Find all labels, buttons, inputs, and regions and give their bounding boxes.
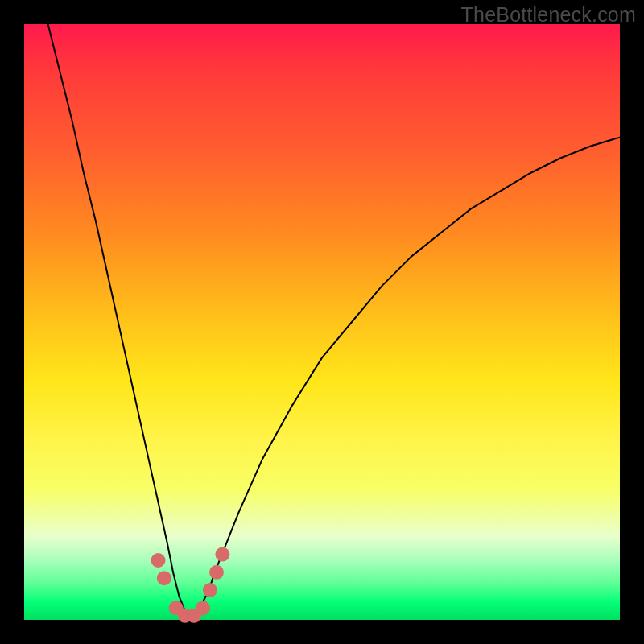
chart-frame: TheBottleneck.com <box>0 0 644 644</box>
curve-marker <box>209 565 224 580</box>
curve-marker <box>215 547 229 562</box>
curve-marker <box>203 583 217 597</box>
curve-right-branch <box>191 138 620 617</box>
curve-marker <box>196 601 210 615</box>
curve-markers <box>151 547 230 623</box>
curve-layer <box>24 24 620 620</box>
curve-marker <box>157 571 171 585</box>
plot-area <box>24 24 620 620</box>
watermark-text: TheBottleneck.com <box>461 3 636 27</box>
curve-left-branch <box>48 24 192 617</box>
curve-marker <box>151 553 166 568</box>
